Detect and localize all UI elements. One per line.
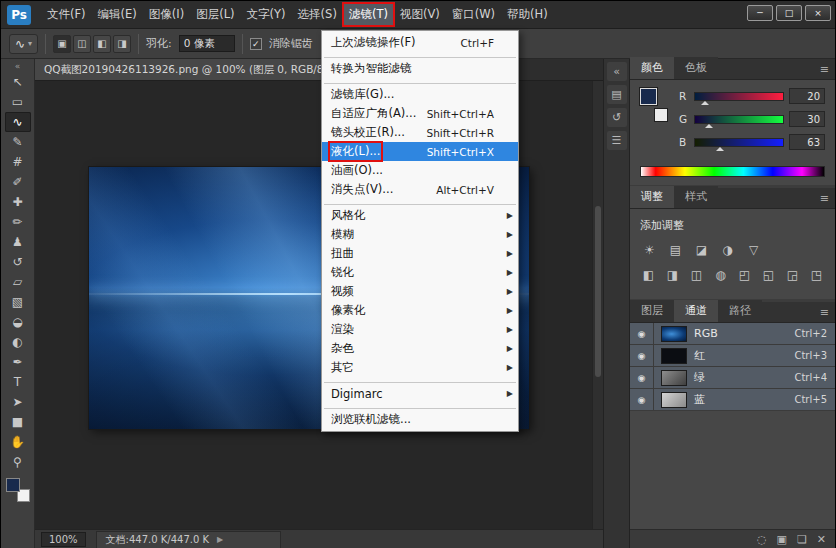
feather-input[interactable]: 0 像素 (179, 35, 235, 52)
collapse-dock-icon[interactable]: « (607, 62, 627, 81)
tab-layers[interactable]: 图层 (630, 300, 674, 322)
menu-separator[interactable] (322, 199, 518, 206)
menu-separator[interactable] (322, 78, 518, 85)
filter-blur[interactable]: 模糊 ▶ (322, 225, 518, 244)
new-selection-mode[interactable]: ▣ (53, 35, 71, 53)
menu-layers[interactable]: 图层(L) (190, 3, 240, 26)
menu-image[interactable]: 图像(I) (143, 3, 190, 26)
hue-saturation-icon[interactable]: ◧ (640, 266, 657, 283)
exposure-icon[interactable]: ◑ (718, 241, 737, 258)
path-selection-tool[interactable]: ➤ (5, 392, 31, 412)
menu-window[interactable]: 窗口(W) (446, 3, 501, 26)
filter-gallery[interactable]: 滤镜库(G)... (322, 85, 518, 104)
levels-icon[interactable]: ▤ (666, 241, 685, 258)
tab-styles[interactable]: 样式 (674, 186, 718, 208)
slider-thumb[interactable] (716, 143, 724, 151)
filter-convert-smart-filters[interactable]: 转换为智能滤镜 (322, 59, 518, 78)
visibility-eye-icon[interactable]: ◉ (630, 345, 654, 366)
tab-color[interactable]: 颜色 (630, 57, 674, 79)
visibility-eye-icon[interactable]: ◉ (630, 323, 654, 344)
filter-pixelate[interactable]: 像素化 ▶ (322, 301, 518, 320)
color-panel-swatches[interactable] (640, 88, 670, 122)
eyedropper-tool[interactable]: ✐ (5, 172, 31, 192)
black-white-icon[interactable]: ◫ (688, 266, 705, 283)
color-value-field[interactable]: 20 (789, 88, 825, 104)
menu-file[interactable]: 文件(F) (41, 3, 92, 26)
properties-panel-icon[interactable]: ☰ (607, 131, 627, 150)
save-selection-icon[interactable]: ▣ (777, 533, 787, 546)
filter-adaptive-wide-angle[interactable]: 自适应广角(A)... Shift+Ctrl+A (322, 104, 518, 123)
foreground-color-swatch[interactable] (640, 88, 657, 105)
menu-separator[interactable] (322, 52, 518, 59)
color-value-field[interactable]: 63 (789, 134, 825, 150)
posterize-icon[interactable]: ◳ (808, 266, 825, 283)
zoom-tool[interactable]: ⚲ (5, 452, 31, 472)
visibility-eye-icon[interactable]: ◉ (630, 367, 654, 388)
gradient-tool[interactable]: ▧ (5, 292, 31, 312)
menu-filter[interactable]: 滤镜(T) (343, 3, 394, 26)
channel-red[interactable]: ◉ 红 Ctrl+3 (630, 345, 835, 367)
color-slider-track[interactable] (694, 138, 784, 147)
add-to-selection-mode[interactable]: ◫ (73, 35, 91, 53)
move-tool[interactable]: ↖ (5, 72, 31, 92)
filter-digimarc[interactable]: Digimarc ▶ (322, 384, 518, 403)
dodge-tool[interactable]: ◐ (5, 332, 31, 352)
subtract-from-selection-mode[interactable]: ◧ (93, 35, 111, 53)
channel-rgb[interactable]: ◉ RGB Ctrl+2 (630, 323, 835, 345)
filter-render[interactable]: 渲染 ▶ (322, 320, 518, 339)
color-spectrum-bar[interactable] (640, 166, 825, 177)
slider-thumb[interactable] (701, 97, 709, 105)
visibility-eye-icon[interactable]: ◉ (630, 389, 654, 410)
tab-paths[interactable]: 路径 (718, 300, 762, 322)
menu-help[interactable]: 帮助(H) (501, 3, 554, 26)
menu-separator[interactable] (322, 403, 518, 410)
quick-selection-tool[interactable]: ✎ (5, 132, 31, 152)
pen-tool[interactable]: ✒ (5, 352, 31, 372)
history-brush-tool[interactable]: ↺ (5, 252, 31, 272)
intersect-selection-mode[interactable]: ◨ (113, 35, 131, 53)
clone-stamp-tool[interactable]: ♟ (5, 232, 31, 252)
color-balance-icon[interactable]: ◨ (664, 266, 681, 283)
filter-noise[interactable]: 杂色 ▶ (322, 339, 518, 358)
healing-brush-tool[interactable]: ✚ (5, 192, 31, 212)
filter-lens-correction[interactable]: 镜头校正(R)... Shift+Ctrl+R (322, 123, 518, 142)
antialias-checkbox[interactable]: ✓ (250, 38, 262, 50)
curves-icon[interactable]: ◪ (692, 241, 711, 258)
zoom-level-field[interactable]: 100% (41, 532, 86, 547)
vertical-scrollbar[interactable] (592, 81, 603, 529)
crop-tool[interactable]: # (5, 152, 31, 172)
filter-liquify[interactable]: 液化(L)... Shift+Ctrl+X (322, 142, 518, 161)
load-selection-icon[interactable]: ◌ (757, 533, 767, 546)
minimize-button[interactable]: ─ (747, 5, 773, 21)
filter-sharpen[interactable]: 锐化 ▶ (322, 263, 518, 282)
tab-channels[interactable]: 通道 (674, 300, 718, 322)
hand-tool[interactable]: ✋ (5, 432, 31, 452)
channel-mixer-icon[interactable]: ◰ (736, 266, 753, 283)
lasso-tool[interactable]: ∿ (5, 112, 31, 132)
tab-adjustments[interactable]: 调整 (630, 186, 674, 208)
vibrance-icon[interactable]: ▽ (744, 241, 763, 258)
filter-vanishing-point[interactable]: 消失点(V)... Alt+Ctrl+V (322, 180, 518, 199)
invert-icon[interactable]: ◲ (784, 266, 801, 283)
channel-green[interactable]: ◉ 绿 Ctrl+4 (630, 367, 835, 389)
filter-distort[interactable]: 扭曲 ▶ (322, 244, 518, 263)
color-lookup-icon[interactable]: ◱ (760, 266, 777, 283)
color-value-field[interactable]: 30 (789, 111, 825, 127)
filter-last-filter[interactable]: 上次滤镜操作(F) Ctrl+F (322, 33, 518, 52)
filter-browse-online[interactable]: 浏览联机滤镜... (322, 410, 518, 429)
type-tool[interactable]: T (5, 372, 31, 392)
close-button[interactable]: × (805, 5, 831, 21)
delete-channel-icon[interactable]: ✕ (817, 533, 826, 546)
color-swatches[interactable] (6, 478, 30, 502)
histogram-panel-icon[interactable]: ▤ (607, 85, 627, 104)
color-slider-track[interactable] (694, 92, 784, 101)
brightness-contrast-icon[interactable]: ☀ (640, 241, 659, 258)
filter-oil-paint[interactable]: 油画(O)... (322, 161, 518, 180)
menu-view[interactable]: 视图(V) (394, 3, 446, 26)
channel-blue[interactable]: ◉ 蓝 Ctrl+5 (630, 389, 835, 411)
menu-edit[interactable]: 编辑(E) (92, 3, 143, 26)
document-tab[interactable]: QQ截图20190426113926.png @ 100% (图层 0, RGB… (35, 59, 356, 80)
brush-tool[interactable]: ✏ (5, 212, 31, 232)
filter-other[interactable]: 其它 ▶ (322, 358, 518, 377)
foreground-color-swatch[interactable] (6, 478, 20, 492)
